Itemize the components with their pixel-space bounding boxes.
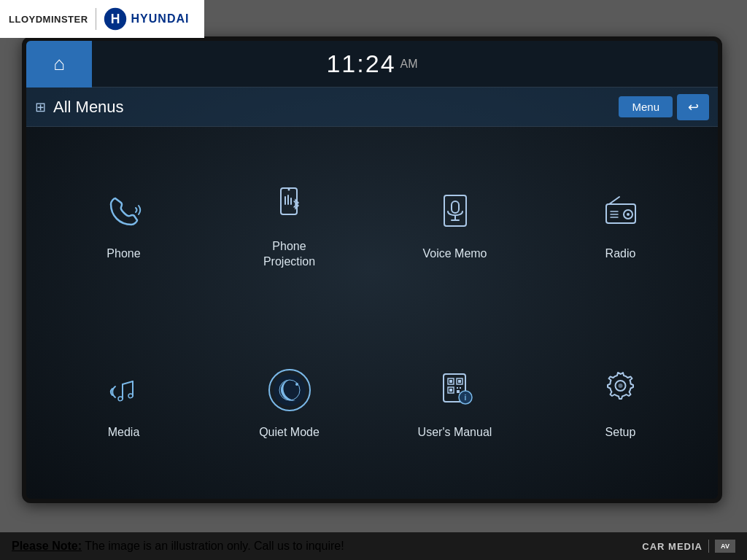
back-button[interactable]: ↩ — [677, 94, 709, 120]
menu-button[interactable]: Menu — [619, 96, 673, 117]
hyundai-h-icon: H — [104, 7, 127, 31]
svg-rect-4 — [444, 195, 466, 226]
app-radio[interactable]: Radio — [538, 134, 703, 313]
svg-point-3 — [287, 188, 290, 190]
app-phone[interactable]: Phone — [41, 134, 206, 313]
users-manual-label: User's Manual — [418, 425, 492, 440]
app-phone-projection[interactable]: PhoneProjection — [206, 134, 372, 313]
back-icon: ↩ — [688, 99, 699, 115]
apps-grid: Phone PhoneProjection — [26, 127, 718, 499]
svg-rect-5 — [452, 201, 459, 213]
dealer-header: LLOYDMINSTER H HYUNDAI — [0, 0, 204, 38]
setup-icon — [595, 364, 647, 416]
clock-ampm: AM — [400, 58, 418, 71]
all-menus-label: All Menus — [53, 98, 619, 117]
svg-rect-28 — [449, 389, 452, 392]
app-setup[interactable]: Setup — [538, 313, 703, 491]
screen-inner: ⌂ 11:24 AM ⊞ All Menus Menu ↩ — [26, 41, 718, 499]
phone-projection-icon — [263, 178, 316, 230]
home-icon: ⌂ — [53, 52, 65, 75]
svg-point-35 — [618, 384, 622, 388]
phone-projection-label: PhoneProjection — [263, 239, 315, 270]
svg-point-21 — [295, 383, 298, 386]
radio-label: Radio — [605, 246, 636, 262]
svg-rect-8 — [606, 204, 635, 223]
clock-area: 11:24 AM — [92, 50, 652, 78]
svg-rect-24 — [449, 380, 452, 383]
bottom-bar: Please Note: The image is an illustratio… — [0, 532, 747, 560]
svg-point-14 — [627, 213, 630, 216]
svg-rect-29 — [457, 387, 458, 389]
bottom-note: Please Note: The image is an illustratio… — [12, 540, 344, 553]
dealer-name: LLOYDMINSTER — [9, 14, 88, 25]
app-voice-memo[interactable]: Voice Memo — [372, 134, 538, 313]
quiet-mode-icon — [263, 364, 316, 416]
hyundai-brand-text: HYUNDAI — [131, 12, 190, 26]
app-media[interactable]: Media — [41, 313, 206, 491]
top-bar: ⌂ 11:24 AM — [26, 41, 718, 88]
setup-label: Setup — [605, 425, 636, 440]
voice-memo-icon — [429, 185, 481, 238]
app-users-manual[interactable]: i User's Manual — [372, 313, 538, 491]
dealer-divider — [96, 8, 96, 30]
svg-line-9 — [609, 197, 619, 204]
clock-time: 11:24 — [326, 50, 395, 78]
svg-line-17 — [123, 381, 133, 384]
grid-icon: ⊞ — [35, 99, 46, 115]
note-text: The image is an illustration only. Call … — [85, 540, 344, 552]
note-bold: Please Note: — [12, 540, 82, 552]
bottom-right: CAR MEDIA AV — [642, 540, 735, 553]
radio-icon — [595, 185, 647, 238]
phone-label: Phone — [107, 246, 140, 262]
menu-bar: ⊞ All Menus Menu ↩ — [26, 88, 718, 127]
svg-rect-31 — [457, 390, 460, 393]
svg-text:i: i — [464, 394, 466, 402]
bottom-divider — [708, 540, 709, 553]
home-button[interactable]: ⌂ — [26, 41, 92, 88]
svg-point-19 — [274, 374, 306, 406]
phone-icon — [98, 185, 150, 238]
quiet-mode-label: Quiet Mode — [259, 425, 320, 440]
app-quiet-mode[interactable]: Quiet Mode — [206, 313, 372, 491]
voice-memo-label: Voice Memo — [422, 246, 487, 262]
svg-text:H: H — [110, 12, 120, 26]
svg-rect-26 — [458, 380, 461, 383]
svg-rect-30 — [460, 387, 461, 389]
hyundai-logo: H HYUNDAI — [104, 7, 190, 31]
av-logo: AV — [715, 540, 735, 553]
car-media-label: CAR MEDIA — [642, 541, 703, 552]
media-icon — [98, 364, 150, 416]
users-manual-icon: i — [429, 364, 481, 416]
car-screen: ⌂ 11:24 AM ⊞ All Menus Menu ↩ — [22, 36, 722, 503]
media-label: Media — [108, 425, 140, 440]
